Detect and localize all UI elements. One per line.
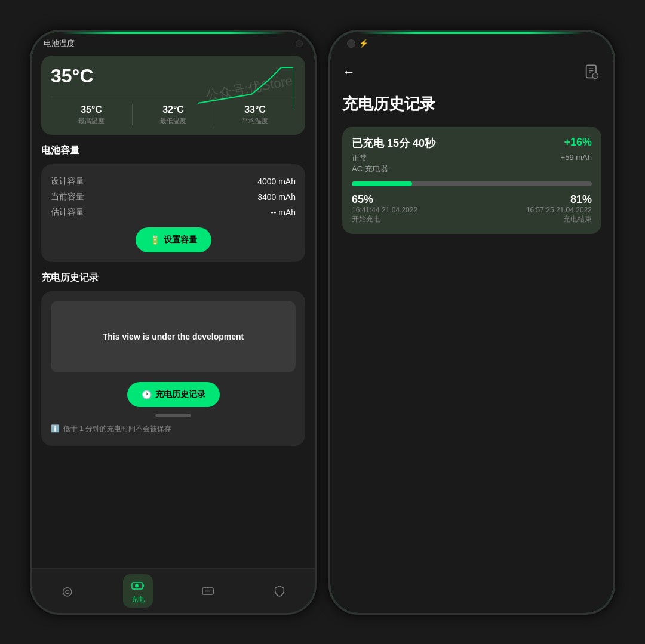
bottom-navigation: ◎ + 充电 (32, 568, 315, 613)
charge-meta-right: +59 mAh (561, 153, 592, 174)
battery-minus-icon (201, 583, 216, 599)
battery-capacity-card: 设计容量 4000 mAh 当前容量 3400 mAh 估计容量 -- mAh … (41, 164, 305, 262)
design-capacity-value: 4000 mAh (257, 177, 296, 186)
svg-rect-6 (213, 590, 214, 593)
page-title: 充电历史记录 (342, 94, 601, 115)
estimated-capacity-label: 估计容量 (51, 207, 84, 218)
set-capacity-label: 设置容量 (164, 235, 197, 245)
svg-text:+: + (134, 587, 136, 591)
right-phone: ⚡ ← + 充电历史记录 (328, 30, 615, 615)
camera-notch (296, 40, 303, 47)
estimated-capacity-row: 估计容量 -- mAh (51, 205, 296, 220)
charge-level-end: 81% 16:57:25 21.04.2022 充电结束 (526, 193, 592, 224)
charge-percent: +16% (564, 136, 592, 149)
charge-progress-bar (352, 181, 592, 186)
right-camera-notch (347, 39, 355, 48)
charge-mah-change: +59 mAh (561, 153, 592, 162)
shield-icon (272, 583, 287, 599)
charge-levels: 65% 16:41:44 21.04.2022 开始充电 81% 16:57:2… (352, 193, 592, 224)
current-capacity-row: 当前容量 3400 mAh (51, 189, 296, 205)
max-temp-value: 35°C (51, 104, 132, 115)
scroll-indicator (155, 414, 191, 417)
nav-item-compass[interactable]: ◎ (52, 580, 82, 602)
end-time: 16:57:25 21.04.2022 (526, 206, 592, 214)
start-time: 16:41:44 21.04.2022 (352, 206, 417, 214)
info-row: ℹ️ 低于 1 分钟的充电时间不会被保存 (51, 421, 296, 436)
nav-item-charging[interactable]: + 充电 (123, 574, 153, 608)
avg-temp-label: 平均温度 (214, 116, 296, 125)
start-label: 开始充电 (352, 214, 417, 224)
nav-charging-label: 充电 (131, 595, 145, 604)
history-placeholder: This view is under the development (51, 301, 296, 372)
charge-level-start: 65% 16:41:44 21.04.2022 开始充电 (352, 193, 417, 224)
start-percent: 65% (352, 193, 417, 206)
status-icons (296, 40, 303, 47)
charge-duration: 已充电 15分 40秒 (352, 136, 435, 150)
nav-item-shield[interactable] (265, 580, 294, 602)
history-btn-label: 充电历史记录 (155, 389, 205, 400)
info-text: 低于 1 分钟的充电时间不会被保存 (63, 424, 171, 434)
charge-history-button[interactable]: 🕐 充电历史记录 (127, 382, 220, 407)
design-capacity-row: 设计容量 4000 mAh (51, 174, 296, 189)
temperature-chart (198, 61, 293, 109)
estimated-capacity-value: -- mAh (271, 208, 296, 217)
page-action-icon[interactable]: + (582, 63, 601, 82)
status-bar-right: ⚡ (330, 32, 613, 56)
page-header: ← + (342, 56, 601, 94)
history-placeholder-text: This view is under the development (103, 332, 244, 341)
current-capacity-label: 当前容量 (51, 192, 84, 202)
current-capacity-value: 3400 mAh (257, 192, 296, 202)
charge-charger-type: AC 充电器 (352, 164, 388, 173)
charge-history-title: 充电历史记录 (41, 272, 305, 284)
right-screen-content[interactable]: ← + 充电历史记录 已充电 15分 40秒 (330, 56, 613, 613)
max-temp-label: 最高温度 (51, 116, 132, 125)
min-temp-label: 最低温度 (133, 116, 214, 125)
info-icon: ℹ️ (51, 424, 60, 433)
battery-charging-icon: + (130, 578, 146, 593)
right-status-icon: ⚡ (359, 39, 368, 48)
charge-meta-left: 正常 AC 充电器 (352, 153, 388, 174)
charge-record-header: 已充电 15分 40秒 +16% (352, 136, 592, 150)
battery-capacity-title: 电池容量 (41, 144, 305, 157)
design-capacity-label: 设计容量 (51, 176, 84, 187)
temperature-card: 公众号:优Store 35°C 35°C 最高温度 32°C (41, 56, 305, 135)
compass-icon: ◎ (59, 583, 75, 599)
status-title: 电池温度 (44, 38, 75, 49)
set-capacity-button[interactable]: 🔋 设置容量 (136, 227, 211, 252)
charge-history-card: This view is under the development 🕐 充电历… (41, 291, 305, 446)
end-label: 充电结束 (526, 214, 592, 224)
max-temp-stat: 35°C 最高温度 (51, 104, 132, 125)
charge-status: 正常 (352, 153, 367, 162)
back-button[interactable]: ← (342, 64, 355, 80)
left-screen-content[interactable]: 公众号:优Store 35°C 35°C 最高温度 32°C (32, 56, 315, 568)
svg-rect-2 (143, 584, 144, 587)
nav-item-battery-minus[interactable] (194, 580, 223, 602)
charge-record-card: 已充电 15分 40秒 +16% 正常 AC 充电器 +59 mAh (342, 127, 601, 234)
history-btn-icon: 🕐 (142, 390, 152, 399)
left-phone: 电池温度 公众号:优Store 35°C (30, 30, 317, 615)
charge-progress-fill (352, 181, 412, 186)
charge-meta: 正常 AC 充电器 +59 mAh (352, 153, 592, 174)
end-percent: 81% (526, 193, 592, 206)
status-bar-left: 电池温度 (32, 32, 315, 56)
svg-text:+: + (594, 74, 597, 78)
set-capacity-icon: 🔋 (150, 235, 160, 245)
